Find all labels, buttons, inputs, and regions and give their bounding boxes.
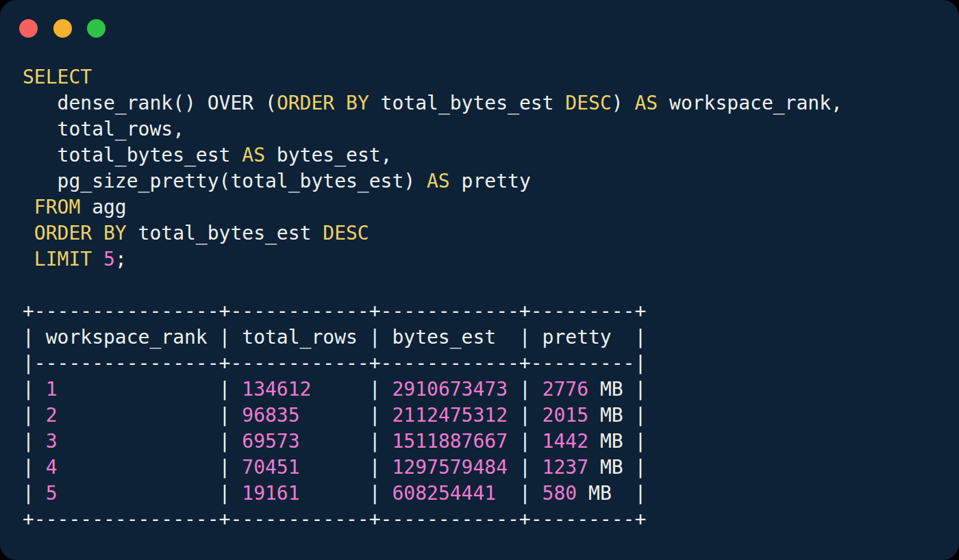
- table-token: MB |: [588, 430, 646, 453]
- table-token: MB |: [588, 456, 646, 479]
- table-token: 70451: [242, 456, 299, 479]
- table-token: 1511887667: [392, 430, 508, 453]
- code-line: |----------------+------------+---------…: [23, 352, 646, 374]
- sql-token: FROM: [34, 196, 80, 218]
- table-token: 69573: [242, 430, 299, 453]
- table-token: |----------------+------------+---------…: [23, 352, 646, 374]
- code-line: | 5 | 19161 | 608254441 | 580 MB |: [23, 482, 646, 505]
- table-token: |: [23, 456, 46, 479]
- sql-token: total_bytes_est: [369, 92, 566, 114]
- sql-token: DESC: [323, 222, 369, 244]
- table-token: MB |: [577, 482, 646, 505]
- code-line: FROM agg: [23, 196, 127, 218]
- sql-token: AS: [427, 170, 450, 192]
- sql-token: ORDER BY: [34, 222, 127, 244]
- table-token: |: [300, 456, 393, 479]
- table-token: 608254441: [392, 482, 496, 505]
- sql-token: [92, 248, 103, 270]
- table-token: |: [508, 430, 543, 453]
- sql-token: AS: [634, 92, 658, 114]
- sql-query: SELECT dense_rank() OVER (ORDER BY total…: [0, 64, 959, 272]
- table-token: 96835: [242, 404, 299, 427]
- table-token: 1442: [543, 430, 588, 453]
- code-line: SELECT: [23, 66, 92, 88]
- code-line: +----------------+------------+---------…: [23, 508, 646, 531]
- code-line: +----------------+------------+---------…: [23, 300, 646, 322]
- sql-token: [23, 196, 34, 218]
- table-token: 3: [46, 430, 58, 453]
- table-token: |: [58, 404, 242, 427]
- sql-token: total_bytes_est: [127, 222, 323, 244]
- sql-token: DESC: [565, 92, 611, 114]
- sql-token: pretty: [450, 170, 531, 192]
- minimize-button[interactable]: [53, 19, 72, 38]
- sql-token: bytes_est,: [265, 144, 392, 166]
- table-token: |: [508, 456, 543, 479]
- sql-token: ): [612, 92, 635, 114]
- sql-token: ;: [115, 248, 127, 270]
- table-token: 4: [46, 456, 58, 479]
- sql-token: [23, 222, 34, 244]
- code-line: | 1 | 134612 | 2910673473 | 2776 MB |: [23, 378, 646, 400]
- sql-token: workspace_rank,: [658, 92, 843, 114]
- table-token: |: [300, 404, 393, 427]
- table-token: 5: [46, 482, 58, 505]
- table-token: 2015: [543, 404, 588, 427]
- table-token: |: [23, 404, 46, 427]
- window-titlebar: [0, 0, 959, 38]
- table-token: +----------------+------------+---------…: [23, 300, 646, 322]
- code-line: | 2 | 96835 | 2112475312 | 2015 MB |: [23, 404, 646, 427]
- code-line: ORDER BY total_bytes_est DESC: [23, 222, 369, 244]
- table-token: 19161: [242, 482, 299, 505]
- code-line: total_bytes_est AS bytes_est,: [23, 144, 392, 166]
- code-line: | 3 | 69573 | 1511887667 | 1442 MB |: [23, 430, 646, 453]
- code-line: dense_rank() OVER (ORDER BY total_bytes_…: [23, 92, 843, 114]
- table-token: |: [300, 482, 393, 505]
- terminal-window: SELECT dense_rank() OVER (ORDER BY total…: [0, 0, 959, 560]
- sql-token: agg: [80, 196, 126, 218]
- table-token: 2: [46, 404, 58, 427]
- table-token: |: [311, 378, 392, 400]
- sql-token: total_rows,: [23, 118, 184, 140]
- sql-token: LIMIT: [34, 248, 92, 270]
- code-line: | workspace_rank | total_rows | bytes_es…: [23, 326, 646, 348]
- table-token: 2112475312: [392, 404, 508, 427]
- table-token: |: [496, 482, 542, 505]
- table-token: |: [300, 430, 393, 453]
- table-token: |: [58, 482, 242, 505]
- table-token: |: [508, 378, 543, 400]
- sql-token: pg_size_pretty(total_bytes_est): [23, 170, 427, 192]
- maximize-button[interactable]: [87, 19, 105, 38]
- table-token: 1297579484: [392, 456, 508, 479]
- table-token: |: [58, 378, 242, 400]
- sql-token: AS: [242, 144, 265, 166]
- table-token: 580: [543, 482, 577, 505]
- table-token: 1237: [543, 456, 588, 479]
- table-token: MB |: [588, 404, 646, 427]
- code-line: pg_size_pretty(total_bytes_est) AS prett…: [23, 170, 531, 192]
- table-token: 2776: [543, 378, 588, 400]
- table-token: 134612: [242, 378, 311, 400]
- sql-token: 5: [103, 248, 115, 270]
- table-token: |: [508, 404, 543, 427]
- table-token: |: [58, 456, 242, 479]
- code-line: total_rows,: [23, 118, 184, 140]
- sql-token: [23, 248, 34, 270]
- sql-token: ORDER BY: [277, 92, 369, 114]
- table-token: 1: [46, 378, 58, 400]
- table-token: 2910673473: [392, 378, 508, 400]
- query-result-table: +----------------+------------+---------…: [0, 298, 959, 533]
- table-token: | workspace_rank | total_rows | bytes_es…: [23, 326, 646, 348]
- sql-token: total_bytes_est: [23, 144, 242, 166]
- close-button[interactable]: [19, 19, 38, 38]
- table-token: |: [23, 378, 46, 400]
- code-line: | 4 | 70451 | 1297579484 | 1237 MB |: [23, 456, 646, 479]
- code-line: LIMIT 5;: [23, 248, 127, 270]
- sql-token: dense_rank() OVER (: [23, 92, 277, 114]
- table-token: |: [58, 430, 242, 453]
- table-token: MB |: [588, 378, 646, 400]
- table-token: |: [23, 430, 46, 453]
- table-token: +----------------+------------+---------…: [23, 508, 646, 531]
- sql-token: SELECT: [23, 66, 92, 88]
- table-token: |: [23, 482, 46, 505]
